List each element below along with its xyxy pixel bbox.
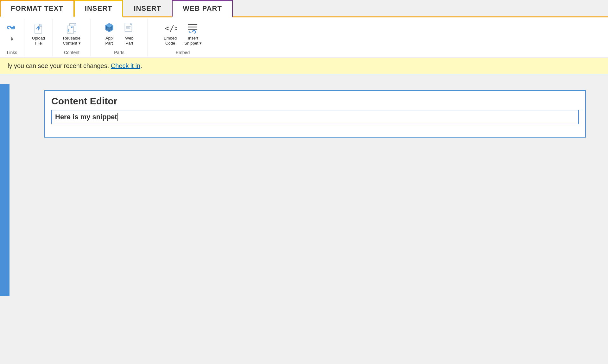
reusable-content-button[interactable]: ReusableContent ▾	[60, 20, 84, 47]
content-group-label: Content	[55, 49, 88, 55]
links-group-items: k	[3, 20, 22, 49]
ribbon-tabs: FORMAT TEXT INSERT INSERT WEB PART	[0, 0, 608, 17]
ribbon-group-embed: </> EmbedCode InsertSnippet ▾ Em	[148, 19, 218, 56]
tab-insert-2[interactable]: INSERT	[123, 0, 172, 16]
content-editor-title: Content Editor	[51, 96, 579, 107]
upload-file-icon	[32, 22, 45, 34]
insert-snippet-button[interactable]: InsertSnippet ▾	[181, 20, 205, 47]
link-icon	[6, 22, 18, 34]
notification-suffix: .	[140, 62, 142, 69]
app-part-icon	[103, 22, 116, 34]
svg-rect-8	[107, 28, 111, 30]
upload-group-items: UploadFile	[27, 20, 50, 49]
check-it-in-link[interactable]: Check it in	[111, 62, 140, 69]
embed-group-items: </> EmbedCode InsertSnippet ▾	[150, 20, 215, 49]
link-button[interactable]: k	[3, 20, 22, 44]
tab-insert-1-label: INSERT	[85, 4, 112, 12]
content-group-items: ReusableContent ▾	[55, 20, 88, 49]
links-group-label: Links	[3, 49, 22, 55]
tab-insert-2-label: INSERT	[134, 4, 161, 12]
parts-group-items: AppPart WebPart	[93, 20, 145, 49]
embed-code-icon: </>	[164, 22, 177, 34]
web-part-icon	[123, 22, 136, 34]
notification-bar: ly you can see your recent changes. Chec…	[0, 58, 608, 74]
ribbon-group-parts: AppPart WebPart Parts	[91, 19, 148, 56]
upload-file-label: UploadFile	[32, 36, 45, 46]
content-editor-webpart: Content Editor Here is my snippet	[44, 90, 586, 138]
web-part-label: WebPart	[125, 36, 134, 46]
cursor-caret	[117, 113, 118, 121]
parts-group-label: Parts	[93, 49, 145, 55]
ribbon-group-content: ReusableContent ▾ Content	[53, 19, 91, 56]
ribbon-body: k Links UploadFile -	[0, 17, 608, 58]
tab-format-text-label: FORMAT TEXT	[11, 4, 63, 12]
page-main: Content Editor Here is my snippet	[10, 84, 608, 296]
content-editor-input-display[interactable]: Here is my snippet	[51, 110, 579, 124]
web-part-button[interactable]: WebPart	[120, 20, 139, 47]
page-content: Content Editor Here is my snippet	[0, 74, 608, 296]
embed-code-label: EmbedCode	[164, 36, 177, 46]
notification-text: ly you can see your recent changes.	[8, 62, 109, 69]
reusable-content-label: ReusableContent ▾	[63, 36, 80, 46]
app-part-label: AppPart	[105, 36, 113, 46]
page-left-bar	[0, 84, 10, 296]
content-editor-value: Here is my snippet	[55, 113, 117, 121]
embed-group-label: Embed	[150, 49, 215, 55]
tab-web-part-label: WEB PART	[183, 4, 222, 12]
embed-code-button[interactable]: </> EmbedCode	[161, 20, 180, 47]
ribbon-group-links: k Links	[0, 19, 24, 56]
link-label: k	[11, 36, 13, 42]
upload-file-button[interactable]: UploadFile	[29, 20, 48, 47]
ribbon-group-upload: UploadFile -	[24, 19, 53, 56]
insert-snippet-label: InsertSnippet ▾	[184, 36, 202, 46]
insert-snippet-icon	[187, 22, 200, 34]
tab-insert-1[interactable]: INSERT	[74, 0, 123, 17]
svg-text:</>: </>	[164, 23, 176, 33]
app-part-button[interactable]: AppPart	[100, 20, 119, 47]
tab-web-part[interactable]: WEB PART	[172, 0, 233, 17]
tab-format-text[interactable]: FORMAT TEXT	[0, 0, 74, 17]
reusable-content-icon	[66, 22, 78, 34]
